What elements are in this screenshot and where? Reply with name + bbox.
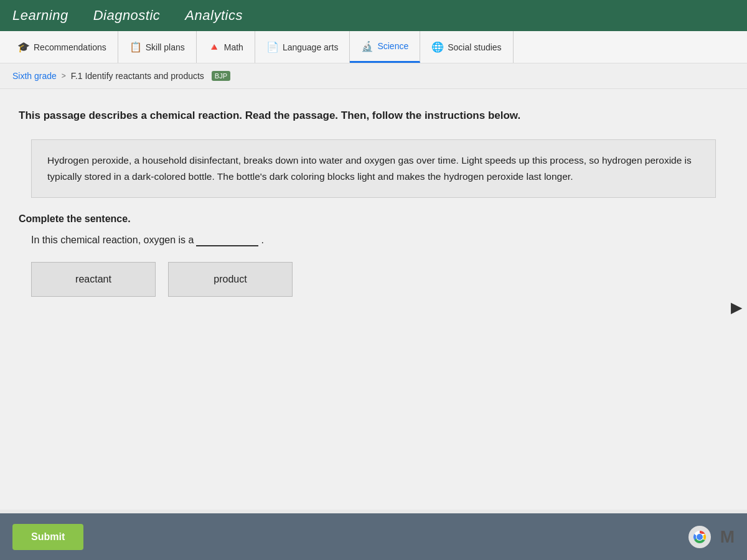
answer-blank <box>196 234 258 246</box>
nav-recommendations[interactable]: 🎓 Recommendations <box>6 31 118 63</box>
nav-math-label: Math <box>224 42 243 52</box>
breadcrumb-grade[interactable]: Sixth grade <box>12 71 57 81</box>
nav-recommendations-label: Recommendations <box>34 42 106 52</box>
nav-science-label: Science <box>377 41 408 51</box>
choice-product[interactable]: product <box>168 262 293 297</box>
breadcrumb-skill: F.1 Identify reactants and products <box>71 71 204 81</box>
bottom-bar: Submit M <box>0 513 747 560</box>
top-nav-analytics[interactable]: Analytics <box>185 7 243 24</box>
choice-product-label: product <box>214 274 247 284</box>
chrome-icon <box>688 526 711 548</box>
cursor-indicator: ▶ <box>731 299 742 316</box>
nav-social-studies-label: Social studies <box>448 42 501 52</box>
svg-point-3 <box>697 534 703 540</box>
passage-box: Hydrogen peroxide, a household disinfect… <box>31 139 716 198</box>
breadcrumb-badge: BJP <box>212 71 230 81</box>
breadcrumb-separator: > <box>62 72 66 80</box>
breadcrumb: Sixth grade > F.1 Identify reactants and… <box>0 63 747 89</box>
complete-sentence-label: Complete the sentence. <box>19 213 728 225</box>
science-icon: 🔬 <box>361 40 374 52</box>
nav-social-studies[interactable]: 🌐 Social studies <box>420 31 513 63</box>
top-nav-diagnostic[interactable]: Diagnostic <box>93 7 161 24</box>
passage-text: Hydrogen peroxide, a household disinfect… <box>47 152 700 185</box>
language-arts-icon: 📄 <box>266 41 279 53</box>
top-navigation: Learning Diagnostic Analytics <box>0 0 747 31</box>
sentence-part2: . <box>261 235 263 246</box>
answer-choices: reactant product <box>31 262 728 297</box>
choice-reactant-label: reactant <box>75 274 111 284</box>
skill-plans-icon: 📋 <box>129 41 142 53</box>
math-icon: 🔺 <box>208 41 220 53</box>
nav-math[interactable]: 🔺 Math <box>197 31 255 63</box>
nav-language-arts[interactable]: 📄 Language arts <box>255 31 350 63</box>
nav-skill-plans[interactable]: 📋 Skill plans <box>118 31 197 63</box>
nav-skill-plans-label: Skill plans <box>146 42 185 52</box>
recommendations-icon: 🎓 <box>17 41 30 53</box>
submit-button[interactable]: Submit <box>12 524 83 550</box>
secondary-navigation: 🎓 Recommendations 📋 Skill plans 🔺 Math 📄… <box>0 31 747 63</box>
choice-reactant[interactable]: reactant <box>31 262 156 297</box>
top-nav-learning[interactable]: Learning <box>12 7 68 24</box>
sentence-part1: In this chemical reaction, oxygen is a <box>31 235 194 246</box>
bottom-icons: M <box>688 526 735 548</box>
main-content: This passage describes a chemical reacti… <box>0 89 747 510</box>
nav-science[interactable]: 🔬 Science <box>350 31 420 63</box>
sentence-fill: In this chemical reaction, oxygen is a . <box>31 234 728 246</box>
nav-language-arts-label: Language arts <box>283 42 339 52</box>
social-studies-icon: 🌐 <box>431 41 444 53</box>
instruction-text: This passage describes a chemical reacti… <box>19 108 728 124</box>
gmail-m-icon: M <box>720 527 735 547</box>
